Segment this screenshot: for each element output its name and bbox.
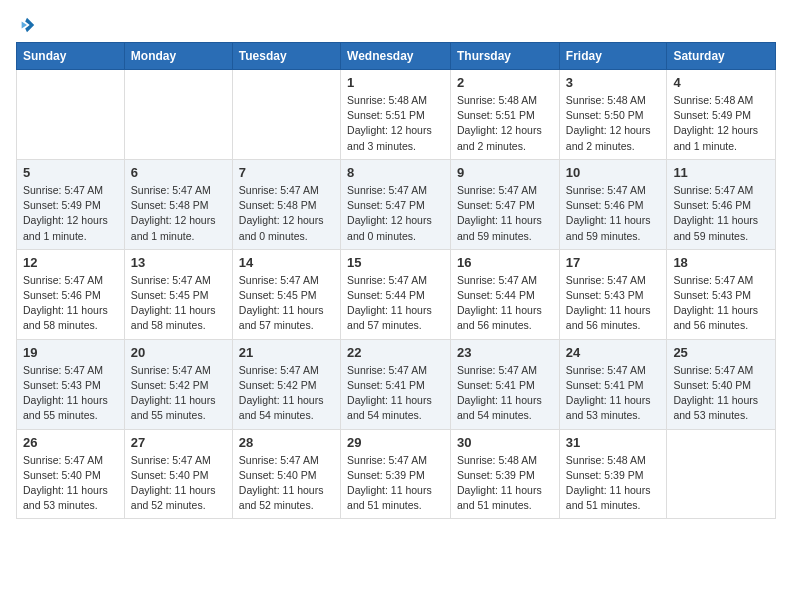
calendar-cell: 23Sunrise: 5:47 AM Sunset: 5:41 PM Dayli…: [451, 339, 560, 429]
day-info: Sunrise: 5:47 AM Sunset: 5:43 PM Dayligh…: [673, 273, 769, 334]
calendar-cell: 3Sunrise: 5:48 AM Sunset: 5:50 PM Daylig…: [559, 70, 667, 160]
day-number: 28: [239, 435, 334, 450]
calendar-cell: 16Sunrise: 5:47 AM Sunset: 5:44 PM Dayli…: [451, 249, 560, 339]
calendar-cell: 26Sunrise: 5:47 AM Sunset: 5:40 PM Dayli…: [17, 429, 125, 519]
calendar-cell: 9Sunrise: 5:47 AM Sunset: 5:47 PM Daylig…: [451, 159, 560, 249]
calendar-cell: 20Sunrise: 5:47 AM Sunset: 5:42 PM Dayli…: [124, 339, 232, 429]
calendar-cell: 30Sunrise: 5:48 AM Sunset: 5:39 PM Dayli…: [451, 429, 560, 519]
svg-marker-1: [22, 21, 27, 28]
logo-icon: [18, 16, 36, 34]
day-info: Sunrise: 5:47 AM Sunset: 5:47 PM Dayligh…: [457, 183, 553, 244]
calendar-cell: 13Sunrise: 5:47 AM Sunset: 5:45 PM Dayli…: [124, 249, 232, 339]
calendar-cell: 24Sunrise: 5:47 AM Sunset: 5:41 PM Dayli…: [559, 339, 667, 429]
day-info: Sunrise: 5:47 AM Sunset: 5:42 PM Dayligh…: [239, 363, 334, 424]
day-info: Sunrise: 5:48 AM Sunset: 5:51 PM Dayligh…: [457, 93, 553, 154]
calendar-week-row: 19Sunrise: 5:47 AM Sunset: 5:43 PM Dayli…: [17, 339, 776, 429]
calendar-cell: 21Sunrise: 5:47 AM Sunset: 5:42 PM Dayli…: [232, 339, 340, 429]
calendar-cell: 27Sunrise: 5:47 AM Sunset: 5:40 PM Dayli…: [124, 429, 232, 519]
calendar-cell: 7Sunrise: 5:47 AM Sunset: 5:48 PM Daylig…: [232, 159, 340, 249]
day-info: Sunrise: 5:48 AM Sunset: 5:39 PM Dayligh…: [457, 453, 553, 514]
day-number: 1: [347, 75, 444, 90]
day-info: Sunrise: 5:48 AM Sunset: 5:39 PM Dayligh…: [566, 453, 661, 514]
day-info: Sunrise: 5:47 AM Sunset: 5:39 PM Dayligh…: [347, 453, 444, 514]
day-info: Sunrise: 5:48 AM Sunset: 5:50 PM Dayligh…: [566, 93, 661, 154]
day-info: Sunrise: 5:47 AM Sunset: 5:44 PM Dayligh…: [347, 273, 444, 334]
day-number: 11: [673, 165, 769, 180]
weekday-header: Thursday: [451, 43, 560, 70]
weekday-header: Saturday: [667, 43, 776, 70]
day-info: Sunrise: 5:47 AM Sunset: 5:43 PM Dayligh…: [566, 273, 661, 334]
calendar-cell: [667, 429, 776, 519]
day-info: Sunrise: 5:48 AM Sunset: 5:51 PM Dayligh…: [347, 93, 444, 154]
day-number: 20: [131, 345, 226, 360]
day-number: 12: [23, 255, 118, 270]
weekday-header: Wednesday: [341, 43, 451, 70]
day-number: 14: [239, 255, 334, 270]
calendar-week-row: 5Sunrise: 5:47 AM Sunset: 5:49 PM Daylig…: [17, 159, 776, 249]
day-info: Sunrise: 5:48 AM Sunset: 5:49 PM Dayligh…: [673, 93, 769, 154]
weekday-header: Monday: [124, 43, 232, 70]
calendar-cell: 15Sunrise: 5:47 AM Sunset: 5:44 PM Dayli…: [341, 249, 451, 339]
calendar-header-row: SundayMondayTuesdayWednesdayThursdayFrid…: [17, 43, 776, 70]
day-info: Sunrise: 5:47 AM Sunset: 5:43 PM Dayligh…: [23, 363, 118, 424]
calendar-cell: [232, 70, 340, 160]
calendar-cell: 6Sunrise: 5:47 AM Sunset: 5:48 PM Daylig…: [124, 159, 232, 249]
day-number: 8: [347, 165, 444, 180]
calendar-cell: 12Sunrise: 5:47 AM Sunset: 5:46 PM Dayli…: [17, 249, 125, 339]
day-info: Sunrise: 5:47 AM Sunset: 5:45 PM Dayligh…: [131, 273, 226, 334]
calendar-week-row: 12Sunrise: 5:47 AM Sunset: 5:46 PM Dayli…: [17, 249, 776, 339]
calendar-cell: 1Sunrise: 5:48 AM Sunset: 5:51 PM Daylig…: [341, 70, 451, 160]
day-info: Sunrise: 5:47 AM Sunset: 5:48 PM Dayligh…: [131, 183, 226, 244]
day-number: 15: [347, 255, 444, 270]
calendar-cell: 19Sunrise: 5:47 AM Sunset: 5:43 PM Dayli…: [17, 339, 125, 429]
day-number: 31: [566, 435, 661, 450]
day-info: Sunrise: 5:47 AM Sunset: 5:41 PM Dayligh…: [457, 363, 553, 424]
day-number: 18: [673, 255, 769, 270]
day-number: 5: [23, 165, 118, 180]
calendar-week-row: 1Sunrise: 5:48 AM Sunset: 5:51 PM Daylig…: [17, 70, 776, 160]
calendar-cell: 8Sunrise: 5:47 AM Sunset: 5:47 PM Daylig…: [341, 159, 451, 249]
weekday-header: Tuesday: [232, 43, 340, 70]
calendar-cell: 29Sunrise: 5:47 AM Sunset: 5:39 PM Dayli…: [341, 429, 451, 519]
calendar-cell: 28Sunrise: 5:47 AM Sunset: 5:40 PM Dayli…: [232, 429, 340, 519]
day-number: 2: [457, 75, 553, 90]
day-info: Sunrise: 5:47 AM Sunset: 5:40 PM Dayligh…: [131, 453, 226, 514]
calendar-cell: 14Sunrise: 5:47 AM Sunset: 5:45 PM Dayli…: [232, 249, 340, 339]
day-info: Sunrise: 5:47 AM Sunset: 5:49 PM Dayligh…: [23, 183, 118, 244]
day-info: Sunrise: 5:47 AM Sunset: 5:45 PM Dayligh…: [239, 273, 334, 334]
day-info: Sunrise: 5:47 AM Sunset: 5:41 PM Dayligh…: [347, 363, 444, 424]
weekday-header: Sunday: [17, 43, 125, 70]
day-number: 26: [23, 435, 118, 450]
day-number: 29: [347, 435, 444, 450]
day-number: 24: [566, 345, 661, 360]
day-info: Sunrise: 5:47 AM Sunset: 5:46 PM Dayligh…: [566, 183, 661, 244]
day-number: 19: [23, 345, 118, 360]
day-number: 3: [566, 75, 661, 90]
calendar-cell: 25Sunrise: 5:47 AM Sunset: 5:40 PM Dayli…: [667, 339, 776, 429]
calendar-cell: [17, 70, 125, 160]
day-number: 17: [566, 255, 661, 270]
day-number: 23: [457, 345, 553, 360]
day-number: 22: [347, 345, 444, 360]
calendar-cell: 2Sunrise: 5:48 AM Sunset: 5:51 PM Daylig…: [451, 70, 560, 160]
day-info: Sunrise: 5:47 AM Sunset: 5:46 PM Dayligh…: [673, 183, 769, 244]
calendar-cell: [124, 70, 232, 160]
calendar-cell: 17Sunrise: 5:47 AM Sunset: 5:43 PM Dayli…: [559, 249, 667, 339]
day-number: 7: [239, 165, 334, 180]
day-info: Sunrise: 5:47 AM Sunset: 5:46 PM Dayligh…: [23, 273, 118, 334]
calendar-cell: 31Sunrise: 5:48 AM Sunset: 5:39 PM Dayli…: [559, 429, 667, 519]
day-info: Sunrise: 5:47 AM Sunset: 5:42 PM Dayligh…: [131, 363, 226, 424]
day-number: 4: [673, 75, 769, 90]
logo: [16, 16, 36, 30]
calendar-table: SundayMondayTuesdayWednesdayThursdayFrid…: [16, 42, 776, 519]
calendar-cell: 4Sunrise: 5:48 AM Sunset: 5:49 PM Daylig…: [667, 70, 776, 160]
calendar-cell: 11Sunrise: 5:47 AM Sunset: 5:46 PM Dayli…: [667, 159, 776, 249]
calendar-week-row: 26Sunrise: 5:47 AM Sunset: 5:40 PM Dayli…: [17, 429, 776, 519]
day-number: 16: [457, 255, 553, 270]
day-number: 21: [239, 345, 334, 360]
day-number: 9: [457, 165, 553, 180]
day-info: Sunrise: 5:47 AM Sunset: 5:44 PM Dayligh…: [457, 273, 553, 334]
day-number: 25: [673, 345, 769, 360]
day-info: Sunrise: 5:47 AM Sunset: 5:40 PM Dayligh…: [23, 453, 118, 514]
day-info: Sunrise: 5:47 AM Sunset: 5:40 PM Dayligh…: [673, 363, 769, 424]
